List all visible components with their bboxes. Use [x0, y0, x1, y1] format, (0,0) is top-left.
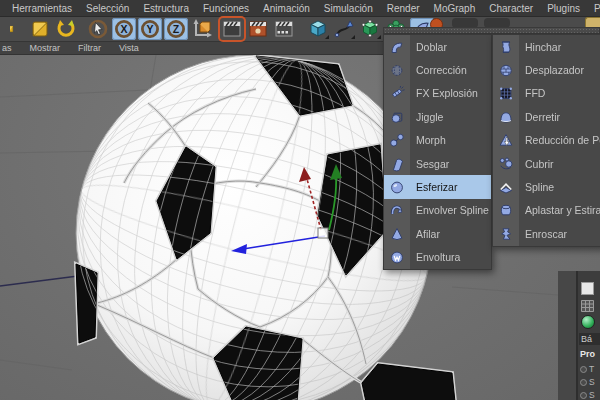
menu-funciones[interactable]: Funciones — [197, 2, 255, 15]
swatch-icon[interactable] — [581, 282, 594, 295]
derretir-icon — [493, 109, 519, 125]
attributes-panel: Bá Pro TSS — [558, 271, 600, 400]
deformer-item-label: Desplazador — [519, 64, 584, 76]
attribute-dot-icon — [580, 366, 587, 373]
menu-character[interactable]: Character — [483, 2, 539, 15]
menu-grip[interactable] — [383, 27, 600, 34]
grid-icon[interactable] — [581, 298, 594, 316]
deformer-item-cubrir[interactable]: Cubrir — [493, 152, 600, 175]
deformer-item-enroscar[interactable]: Enroscar — [493, 222, 600, 245]
attribute-dot-icon — [580, 379, 587, 386]
deformer-item-envolver-spline[interactable]: Envolver Spline — [384, 199, 491, 222]
menu-herramientas[interactable]: Herramientas — [6, 2, 78, 15]
svg-text:Z: Z — [173, 23, 180, 35]
attribute-dot-icon — [580, 392, 587, 399]
add-cube-button[interactable] — [306, 18, 330, 40]
deformer-item-label: Enroscar — [519, 228, 567, 240]
deformer-item-reduccion-poligonos[interactable]: Reducción de Polígonos — [493, 129, 600, 152]
deformer-item-doblar[interactable]: Doblar — [384, 35, 491, 58]
menu-python[interactable]: Python — [588, 2, 600, 15]
viewport-menu-as[interactable]: as — [0, 43, 21, 53]
deformer-item-aplastar-estirar[interactable]: Aplastar y Estirar — [493, 199, 600, 222]
submenu-corner-triangle — [325, 35, 329, 39]
aplastar-estirar-icon — [493, 202, 519, 218]
attribute-row[interactable]: S — [580, 377, 595, 387]
add-generator-button[interactable] — [358, 18, 382, 40]
viewport-menu-filtrar[interactable]: Filtrar — [69, 43, 110, 53]
deformer-item-label: Jiggle — [410, 111, 443, 123]
render-settings-icon — [273, 18, 295, 40]
attribute-row[interactable]: T — [580, 364, 594, 374]
deformer-item-esferizar[interactable]: Esferizar — [384, 175, 491, 198]
menu-render[interactable]: Render — [381, 2, 426, 15]
viewport-menu-vista[interactable]: Vista — [110, 43, 148, 53]
svg-text:X: X — [120, 23, 127, 35]
menu-estructura[interactable]: Estructura — [137, 2, 195, 15]
menu-selecci-n[interactable]: Selección — [80, 2, 135, 15]
material-sphere-icon[interactable] — [581, 315, 595, 329]
menu-animaci-n[interactable]: Animación — [257, 2, 316, 15]
deformer-item-afilar[interactable]: Afilar — [384, 222, 491, 245]
deformer-item-label: FX Explosión — [410, 87, 478, 99]
deformer-item-label: FFD — [519, 87, 545, 99]
render-picture-icon — [247, 18, 269, 40]
reduccion-poligonos-icon — [493, 132, 519, 148]
render-view-button[interactable] — [220, 18, 244, 40]
desplazador-icon — [493, 62, 519, 78]
deformer-item-hinchar[interactable]: Hinchar — [493, 35, 600, 58]
deformer-menu-right-column: HincharDesplazadorFFDDerretirReducción d… — [492, 34, 600, 247]
undo-button[interactable] — [2, 18, 26, 40]
deformer-item-sesgar[interactable]: Sesgar — [384, 152, 491, 175]
envolver-spline-icon — [384, 202, 410, 218]
deformer-item-label: Doblar — [410, 41, 447, 53]
deformer-item-envoltura[interactable]: Envoltura — [384, 246, 491, 269]
gizmo-origin-handle[interactable] — [318, 228, 328, 238]
attribute-label: T — [589, 364, 594, 374]
envoltura-icon — [384, 249, 410, 265]
fx-explosion-icon — [384, 85, 410, 101]
viewport-menu-mostrar[interactable]: Mostrar — [21, 43, 70, 53]
undo-icon — [10, 18, 19, 40]
deformer-item-derretir[interactable]: Derretir — [493, 105, 600, 128]
deformer-item-fx-explosion[interactable]: FX Explosión — [384, 82, 491, 105]
coordinate-system-button[interactable] — [190, 18, 214, 40]
z-axis-lock-icon: Z — [165, 18, 187, 40]
x-axis-lock-icon: X — [113, 18, 135, 40]
deformer-item-correccion[interactable]: Corrección — [384, 58, 491, 81]
main-menubar: HerramientasSelecciónEstructuraFunciones… — [0, 0, 600, 17]
add-spline-button[interactable] — [332, 18, 356, 40]
cubrir-icon — [493, 156, 519, 172]
menu-plugins[interactable]: Plugins — [541, 2, 586, 15]
jiggle-icon — [384, 109, 410, 125]
deformer-item-ffd[interactable]: FFD — [493, 82, 600, 105]
tab-basic[interactable]: Bá — [579, 333, 600, 345]
rotate-view-button[interactable] — [54, 18, 78, 40]
submenu-corner-triangle — [377, 35, 381, 39]
live-selection-button[interactable] — [86, 18, 110, 40]
enroscar-icon — [493, 226, 519, 242]
redo-button[interactable] — [28, 18, 52, 40]
attribute-row[interactable]: S — [580, 390, 595, 400]
x-axis-lock-button[interactable]: X — [112, 18, 136, 40]
y-axis-lock-button[interactable]: Y — [138, 18, 162, 40]
deformer-item-label: Hinchar — [519, 41, 561, 53]
menu-simulaci-n[interactable]: Simulación — [318, 2, 379, 15]
deformer-item-jiggle[interactable]: Jiggle — [384, 105, 491, 128]
menu-mograph[interactable]: MoGraph — [428, 2, 482, 15]
deformer-item-desplazador[interactable]: Desplazador — [493, 58, 600, 81]
render-picture-button[interactable] — [246, 18, 270, 40]
deformer-item-spline-deformer[interactable]: Spline — [493, 175, 600, 198]
properties-header: Pro — [580, 349, 595, 359]
render-settings-button[interactable] — [272, 18, 296, 40]
esferizar-icon — [384, 179, 410, 195]
deformer-item-label: Sesgar — [410, 158, 449, 170]
deformer-item-morph[interactable]: Morph — [384, 129, 491, 152]
deformer-item-label: Corrección — [410, 64, 467, 76]
sesgar-icon — [384, 156, 410, 172]
hinchar-icon — [493, 39, 519, 55]
correccion-icon — [384, 62, 410, 78]
cinema4d-window: HerramientasSelecciónEstructuraFunciones… — [0, 0, 600, 400]
ffd-icon — [493, 85, 519, 101]
submenu-corner-triangle — [351, 35, 355, 39]
z-axis-lock-button[interactable]: Z — [164, 18, 188, 40]
